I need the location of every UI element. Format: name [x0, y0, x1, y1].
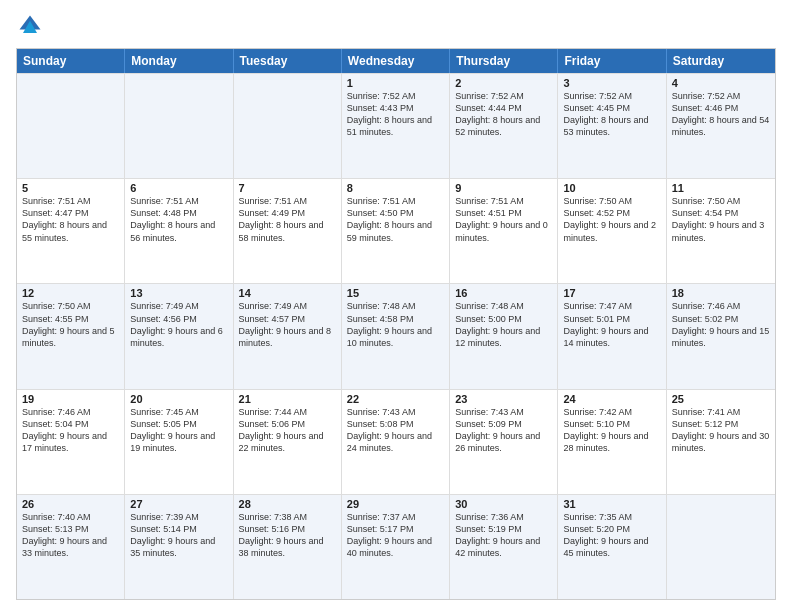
cell-sun-info: Sunrise: 7:39 AM Sunset: 5:14 PM Dayligh…: [130, 511, 227, 560]
day-number: 3: [563, 77, 660, 89]
day-number: 10: [563, 182, 660, 194]
cell-sun-info: Sunrise: 7:52 AM Sunset: 4:45 PM Dayligh…: [563, 90, 660, 139]
day-number: 18: [672, 287, 770, 299]
day-number: 26: [22, 498, 119, 510]
cell-sun-info: Sunrise: 7:52 AM Sunset: 4:43 PM Dayligh…: [347, 90, 444, 139]
calendar-header-row: SundayMondayTuesdayWednesdayThursdayFrid…: [17, 49, 775, 73]
day-number: 20: [130, 393, 227, 405]
day-number: 22: [347, 393, 444, 405]
cell-sun-info: Sunrise: 7:46 AM Sunset: 5:04 PM Dayligh…: [22, 406, 119, 455]
calendar-cell: 11Sunrise: 7:50 AM Sunset: 4:54 PM Dayli…: [667, 179, 775, 283]
calendar-cell: 27Sunrise: 7:39 AM Sunset: 5:14 PM Dayli…: [125, 495, 233, 599]
calendar-cell: 31Sunrise: 7:35 AM Sunset: 5:20 PM Dayli…: [558, 495, 666, 599]
calendar-cell: 20Sunrise: 7:45 AM Sunset: 5:05 PM Dayli…: [125, 390, 233, 494]
cell-sun-info: Sunrise: 7:49 AM Sunset: 4:56 PM Dayligh…: [130, 300, 227, 349]
day-number: 12: [22, 287, 119, 299]
calendar-cell: 4Sunrise: 7:52 AM Sunset: 4:46 PM Daylig…: [667, 74, 775, 178]
cell-sun-info: Sunrise: 7:47 AM Sunset: 5:01 PM Dayligh…: [563, 300, 660, 349]
page: SundayMondayTuesdayWednesdayThursdayFrid…: [0, 0, 792, 612]
cell-sun-info: Sunrise: 7:52 AM Sunset: 4:46 PM Dayligh…: [672, 90, 770, 139]
day-number: 6: [130, 182, 227, 194]
calendar-cell: 19Sunrise: 7:46 AM Sunset: 5:04 PM Dayli…: [17, 390, 125, 494]
calendar-row: 1Sunrise: 7:52 AM Sunset: 4:43 PM Daylig…: [17, 73, 775, 178]
cell-sun-info: Sunrise: 7:37 AM Sunset: 5:17 PM Dayligh…: [347, 511, 444, 560]
cell-sun-info: Sunrise: 7:40 AM Sunset: 5:13 PM Dayligh…: [22, 511, 119, 560]
day-number: 19: [22, 393, 119, 405]
day-number: 7: [239, 182, 336, 194]
weekday-header: Wednesday: [342, 49, 450, 73]
calendar-cell: 10Sunrise: 7:50 AM Sunset: 4:52 PM Dayli…: [558, 179, 666, 283]
calendar-cell: 9Sunrise: 7:51 AM Sunset: 4:51 PM Daylig…: [450, 179, 558, 283]
weekday-header: Saturday: [667, 49, 775, 73]
day-number: 1: [347, 77, 444, 89]
day-number: 28: [239, 498, 336, 510]
day-number: 11: [672, 182, 770, 194]
day-number: 13: [130, 287, 227, 299]
cell-sun-info: Sunrise: 7:51 AM Sunset: 4:51 PM Dayligh…: [455, 195, 552, 244]
day-number: 9: [455, 182, 552, 194]
logo-icon: [16, 12, 44, 40]
weekday-header: Thursday: [450, 49, 558, 73]
calendar-cell: 24Sunrise: 7:42 AM Sunset: 5:10 PM Dayli…: [558, 390, 666, 494]
cell-sun-info: Sunrise: 7:51 AM Sunset: 4:48 PM Dayligh…: [130, 195, 227, 244]
cell-sun-info: Sunrise: 7:46 AM Sunset: 5:02 PM Dayligh…: [672, 300, 770, 349]
calendar-cell: 28Sunrise: 7:38 AM Sunset: 5:16 PM Dayli…: [234, 495, 342, 599]
day-number: 24: [563, 393, 660, 405]
calendar-cell: 8Sunrise: 7:51 AM Sunset: 4:50 PM Daylig…: [342, 179, 450, 283]
cell-sun-info: Sunrise: 7:41 AM Sunset: 5:12 PM Dayligh…: [672, 406, 770, 455]
calendar-row: 12Sunrise: 7:50 AM Sunset: 4:55 PM Dayli…: [17, 283, 775, 388]
calendar-row: 26Sunrise: 7:40 AM Sunset: 5:13 PM Dayli…: [17, 494, 775, 599]
calendar-cell: 3Sunrise: 7:52 AM Sunset: 4:45 PM Daylig…: [558, 74, 666, 178]
calendar-cell: 1Sunrise: 7:52 AM Sunset: 4:43 PM Daylig…: [342, 74, 450, 178]
day-number: 5: [22, 182, 119, 194]
calendar-cell: 15Sunrise: 7:48 AM Sunset: 4:58 PM Dayli…: [342, 284, 450, 388]
cell-sun-info: Sunrise: 7:49 AM Sunset: 4:57 PM Dayligh…: [239, 300, 336, 349]
day-number: 30: [455, 498, 552, 510]
day-number: 8: [347, 182, 444, 194]
weekday-header: Monday: [125, 49, 233, 73]
calendar-body: 1Sunrise: 7:52 AM Sunset: 4:43 PM Daylig…: [17, 73, 775, 599]
cell-sun-info: Sunrise: 7:42 AM Sunset: 5:10 PM Dayligh…: [563, 406, 660, 455]
calendar-cell: 13Sunrise: 7:49 AM Sunset: 4:56 PM Dayli…: [125, 284, 233, 388]
cell-sun-info: Sunrise: 7:50 AM Sunset: 4:54 PM Dayligh…: [672, 195, 770, 244]
calendar-cell: 22Sunrise: 7:43 AM Sunset: 5:08 PM Dayli…: [342, 390, 450, 494]
day-number: 15: [347, 287, 444, 299]
cell-sun-info: Sunrise: 7:51 AM Sunset: 4:47 PM Dayligh…: [22, 195, 119, 244]
day-number: 2: [455, 77, 552, 89]
day-number: 16: [455, 287, 552, 299]
calendar-cell: 23Sunrise: 7:43 AM Sunset: 5:09 PM Dayli…: [450, 390, 558, 494]
day-number: 27: [130, 498, 227, 510]
calendar-cell: 21Sunrise: 7:44 AM Sunset: 5:06 PM Dayli…: [234, 390, 342, 494]
calendar-cell: 6Sunrise: 7:51 AM Sunset: 4:48 PM Daylig…: [125, 179, 233, 283]
calendar-cell: 14Sunrise: 7:49 AM Sunset: 4:57 PM Dayli…: [234, 284, 342, 388]
weekday-header: Tuesday: [234, 49, 342, 73]
day-number: 23: [455, 393, 552, 405]
calendar-cell: 16Sunrise: 7:48 AM Sunset: 5:00 PM Dayli…: [450, 284, 558, 388]
cell-sun-info: Sunrise: 7:51 AM Sunset: 4:50 PM Dayligh…: [347, 195, 444, 244]
header: [16, 12, 776, 40]
cell-sun-info: Sunrise: 7:45 AM Sunset: 5:05 PM Dayligh…: [130, 406, 227, 455]
calendar-cell: 30Sunrise: 7:36 AM Sunset: 5:19 PM Dayli…: [450, 495, 558, 599]
calendar-cell: 25Sunrise: 7:41 AM Sunset: 5:12 PM Dayli…: [667, 390, 775, 494]
calendar-cell: 26Sunrise: 7:40 AM Sunset: 5:13 PM Dayli…: [17, 495, 125, 599]
calendar-cell: [125, 74, 233, 178]
cell-sun-info: Sunrise: 7:43 AM Sunset: 5:08 PM Dayligh…: [347, 406, 444, 455]
weekday-header: Friday: [558, 49, 666, 73]
day-number: 14: [239, 287, 336, 299]
calendar-cell: 7Sunrise: 7:51 AM Sunset: 4:49 PM Daylig…: [234, 179, 342, 283]
calendar: SundayMondayTuesdayWednesdayThursdayFrid…: [16, 48, 776, 600]
weekday-header: Sunday: [17, 49, 125, 73]
cell-sun-info: Sunrise: 7:38 AM Sunset: 5:16 PM Dayligh…: [239, 511, 336, 560]
calendar-cell: 12Sunrise: 7:50 AM Sunset: 4:55 PM Dayli…: [17, 284, 125, 388]
logo: [16, 12, 48, 40]
day-number: 25: [672, 393, 770, 405]
cell-sun-info: Sunrise: 7:35 AM Sunset: 5:20 PM Dayligh…: [563, 511, 660, 560]
cell-sun-info: Sunrise: 7:44 AM Sunset: 5:06 PM Dayligh…: [239, 406, 336, 455]
cell-sun-info: Sunrise: 7:48 AM Sunset: 4:58 PM Dayligh…: [347, 300, 444, 349]
calendar-cell: 17Sunrise: 7:47 AM Sunset: 5:01 PM Dayli…: [558, 284, 666, 388]
calendar-cell: 29Sunrise: 7:37 AM Sunset: 5:17 PM Dayli…: [342, 495, 450, 599]
day-number: 4: [672, 77, 770, 89]
calendar-cell: 2Sunrise: 7:52 AM Sunset: 4:44 PM Daylig…: [450, 74, 558, 178]
calendar-row: 19Sunrise: 7:46 AM Sunset: 5:04 PM Dayli…: [17, 389, 775, 494]
cell-sun-info: Sunrise: 7:50 AM Sunset: 4:55 PM Dayligh…: [22, 300, 119, 349]
